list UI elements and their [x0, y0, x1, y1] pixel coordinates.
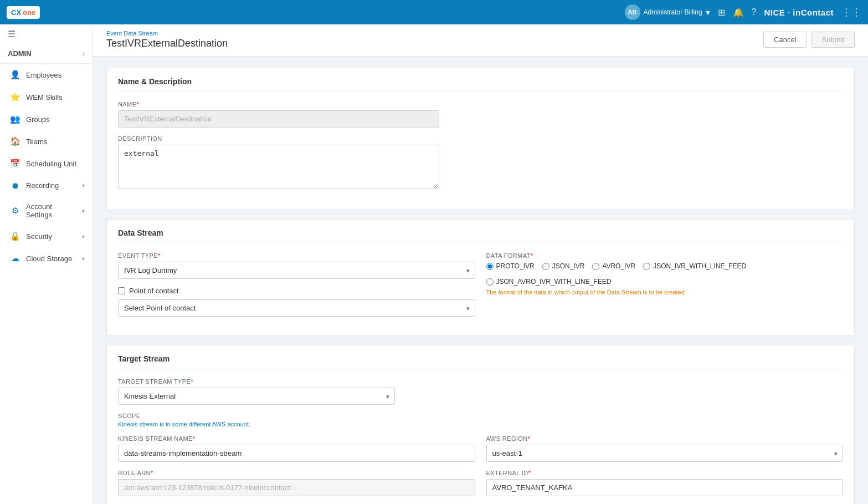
sidebar-item-label: Account Settings — [26, 202, 76, 219]
hamburger-icon[interactable]: ☰ — [0, 24, 93, 44]
cloud-storage-icon: ☁ — [9, 253, 20, 263]
employees-icon: 👤 — [9, 70, 20, 80]
data-format-radio-group: PROTO_IVR JSON_IVR AVRO_IVR — [486, 262, 844, 286]
sidebar: ☰ ADMIN › 👤 Employees ⭐ WEM Skills 👥 Gro… — [0, 24, 93, 504]
sidebar-item-account-settings[interactable]: ⚙ Account Settings ▾ — [0, 196, 93, 225]
page-header-left: Event Data Stream TestIVRExternalDestina… — [106, 30, 228, 49]
role-arn-label: ROLE ARN* — [118, 470, 475, 476]
form-area: Name & Description NAME* DESCRIPTION ext… — [93, 57, 868, 504]
radio-json-ivr-lf-label: JSON_IVR_WITH_LINE_FEED — [653, 262, 746, 270]
name-field-group: NAME* — [118, 101, 843, 128]
point-of-contact-checkbox-row: Point of contact — [118, 287, 475, 295]
sidebar-item-label: Cloud Storage — [26, 254, 76, 263]
admin-arrow-icon: › — [83, 50, 85, 58]
main-layout: ☰ ADMIN › 👤 Employees ⭐ WEM Skills 👥 Gro… — [0, 24, 868, 504]
radio-json-ivr-label: JSON_IVR — [552, 262, 585, 270]
radio-json-avro-lf-input[interactable] — [486, 278, 494, 286]
external-id-label: EXTERNAL ID* — [486, 470, 844, 476]
cloud-storage-arrow-icon: ▾ — [82, 256, 85, 262]
user-dropdown-icon[interactable]: ▾ — [706, 7, 710, 18]
point-of-contact-label[interactable]: Point of contact — [129, 287, 179, 295]
cancel-button[interactable]: Cancel — [763, 32, 807, 48]
radio-proto-ivr-label: PROTO_IVR — [496, 262, 535, 270]
groups-icon: 👥 — [9, 114, 20, 124]
radio-proto-ivr-input[interactable] — [486, 263, 494, 270]
data-stream-section: Data Stream EVENT TYPE* IVR Log Dummy Ag… — [106, 219, 855, 336]
apps-icon[interactable]: ⋮⋮ — [841, 6, 861, 18]
scope-group: SCOPE Kinesis stream is in some differen… — [118, 413, 843, 427]
scheduling-icon: 📅 — [9, 159, 20, 169]
point-of-contact-group: Point of contact Select Point of contact… — [118, 287, 475, 317]
kinesis-name-required: * — [193, 435, 196, 442]
sidebar-item-label: Security — [26, 232, 76, 241]
event-type-group: EVENT TYPE* IVR Log Dummy Agent State Co… — [118, 252, 475, 279]
data-stream-title: Data Stream — [118, 228, 843, 243]
target-stream-type-select-wrapper: Kinesis External Kinesis Internal Azure … — [118, 388, 395, 405]
sidebar-item-label: Employees — [26, 71, 85, 79]
description-field-group: DESCRIPTION external — [118, 135, 843, 191]
role-arn-required: * — [151, 470, 153, 476]
sidebar-item-cloud-storage[interactable]: ☁ Cloud Storage ▾ — [0, 247, 93, 269]
help-icon[interactable]: ? — [752, 7, 757, 17]
aws-region-required: * — [528, 435, 531, 442]
sidebar-item-teams[interactable]: 🏠 Teams — [0, 130, 93, 152]
data-format-label: DATA FORMAT* — [486, 252, 844, 259]
radio-json-ivr[interactable]: JSON_IVR — [542, 262, 585, 270]
point-of-contact-checkbox[interactable] — [118, 287, 125, 294]
admin-row: ADMIN › — [0, 44, 93, 64]
nice-logo: NICE · inContact — [764, 8, 834, 17]
target-stream-type-select[interactable]: Kinesis External Kinesis Internal Azure … — [118, 388, 395, 405]
sidebar-item-wem-skills[interactable]: ⭐ WEM Skills — [0, 86, 93, 108]
radio-avro-ivr-label: AVRO_IVR — [602, 262, 635, 270]
event-type-select[interactable]: IVR Log Dummy Agent State Contact State — [118, 262, 475, 279]
breadcrumb[interactable]: Event Data Stream — [106, 30, 228, 37]
radio-json-avro-lf-label: JSON_AVRO_IVR_WITH_LINE_FEED — [496, 278, 612, 286]
sidebar-item-label: WEM Skills — [26, 93, 85, 101]
sidebar-item-label: Groups — [26, 115, 85, 124]
sidebar-item-groups[interactable]: 👥 Groups — [0, 108, 93, 130]
sidebar-item-security[interactable]: 🔒 Security ▾ — [0, 225, 93, 247]
screen-icon[interactable]: ⊞ — [718, 7, 725, 18]
nav-left: CXone — [7, 6, 40, 19]
kinesis-aws-row: KINESIS STREAM NAME* AWS REGION* us-east… — [118, 435, 843, 470]
user-info[interactable]: AB Administrator Billing ▾ — [625, 4, 710, 20]
submit-button[interactable]: Submit — [811, 32, 855, 48]
radio-avro-ivr[interactable]: AVRO_IVR — [592, 262, 635, 270]
radio-proto-ivr[interactable]: PROTO_IVR — [486, 262, 535, 270]
top-navigation: CXone AB Administrator Billing ▾ ⊞ 🔔 ? N… — [0, 0, 868, 24]
target-stream-type-group: TARGET STREAM TYPE* Kinesis External Kin… — [118, 378, 843, 405]
sidebar-item-scheduling-unit[interactable]: 📅 Scheduling Unit — [0, 152, 93, 175]
external-id-input[interactable] — [486, 479, 844, 496]
sidebar-item-employees[interactable]: 👤 Employees — [0, 64, 93, 86]
logo-cx: CX — [11, 8, 21, 17]
name-input[interactable] — [118, 110, 439, 128]
description-input[interactable]: external — [118, 145, 439, 189]
aws-region-group: AWS REGION* us-east-1 us-west-2 eu-west-… — [486, 435, 844, 462]
event-type-col: EVENT TYPE* IVR Log Dummy Agent State Co… — [118, 252, 475, 324]
radio-json-ivr-lf-input[interactable] — [643, 263, 650, 270]
sidebar-item-label: Teams — [26, 138, 85, 146]
role-arn-input[interactable] — [118, 479, 475, 496]
page-header-actions: Cancel Submit — [763, 32, 855, 48]
sidebar-item-label: Scheduling Unit — [26, 160, 85, 168]
wem-skills-icon: ⭐ — [9, 92, 20, 102]
radio-avro-ivr-input[interactable] — [592, 263, 599, 270]
admin-label: ADMIN — [8, 49, 32, 58]
name-required: * — [136, 101, 139, 108]
data-format-col: DATA FORMAT* PROTO_IVR JSON_IVR — [486, 252, 844, 324]
name-description-title: Name & Description — [118, 77, 843, 92]
kinesis-stream-name-label: KINESIS STREAM NAME* — [118, 435, 475, 442]
external-id-group: EXTERNAL ID* — [486, 470, 844, 496]
kinesis-stream-name-group: KINESIS STREAM NAME* — [118, 435, 475, 462]
radio-json-ivr-input[interactable] — [542, 263, 549, 270]
aws-region-select[interactable]: us-east-1 us-west-2 eu-west-1 — [486, 445, 844, 462]
select-point-of-contact[interactable]: Select Point of contact — [118, 299, 475, 317]
sidebar-item-recording[interactable]: ⏺ Recording ▾ — [0, 175, 93, 196]
target-stream-title: Target Stream — [118, 354, 843, 369]
bell-icon[interactable]: 🔔 — [733, 7, 744, 18]
radio-json-avro-ivr-line-feed[interactable]: JSON_AVRO_IVR_WITH_LINE_FEED — [486, 278, 612, 286]
kinesis-stream-name-input[interactable] — [118, 445, 475, 462]
name-description-section: Name & Description NAME* DESCRIPTION ext… — [106, 68, 855, 210]
radio-json-ivr-line-feed[interactable]: JSON_IVR_WITH_LINE_FEED — [643, 262, 746, 270]
target-stream-section: Target Stream TARGET STREAM TYPE* Kinesi… — [106, 345, 855, 504]
